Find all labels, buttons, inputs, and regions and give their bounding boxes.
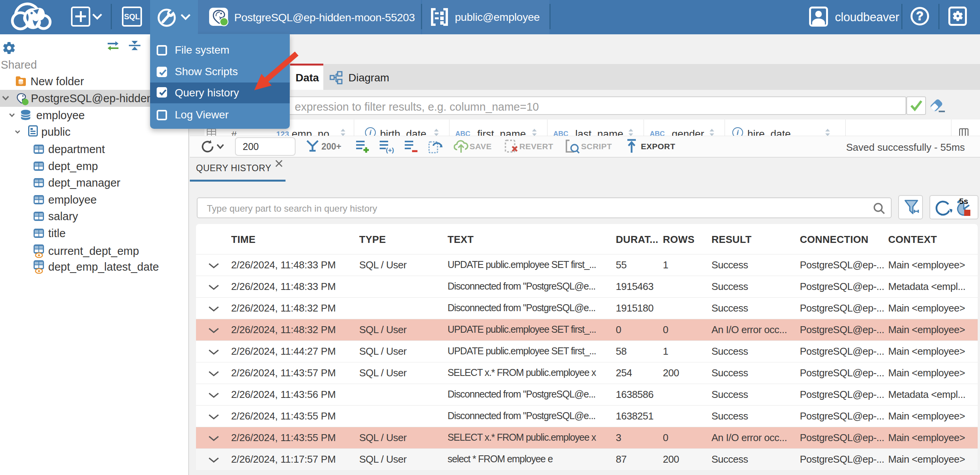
svg-text:(+): (+) xyxy=(386,147,394,153)
svg-text:5s: 5s xyxy=(959,197,968,205)
